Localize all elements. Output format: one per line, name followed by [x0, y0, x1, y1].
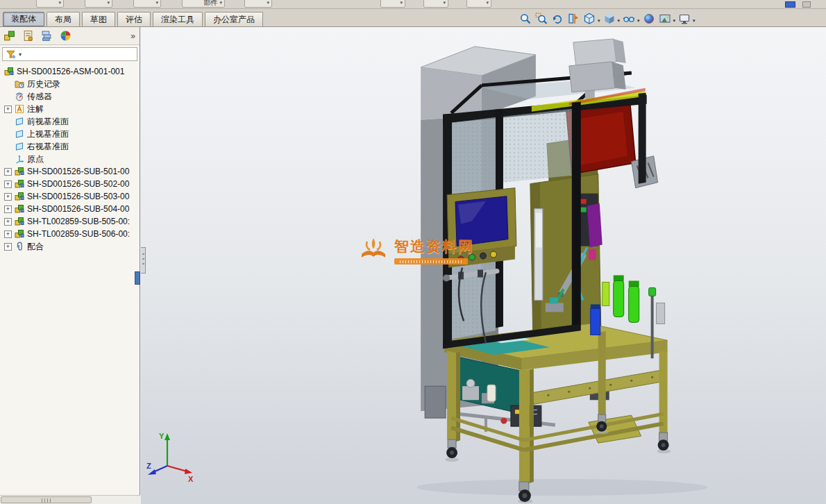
magnifier-area-icon [535, 12, 548, 25]
tree-item-sub-501[interactable]: + SH-SD001526-SUB-501-00 [2, 165, 140, 178]
tree-item-label: SH-SD001526-ASM-001-001 [17, 67, 124, 76]
tree-item-annotations[interactable]: + 注解 [2, 103, 140, 115]
panel-horizontal-scrollbar[interactable] [0, 495, 140, 504]
expand-toggle[interactable]: + [4, 243, 12, 251]
appearance-sphere-icon [643, 12, 655, 25]
tree-item-label: SH-SD001526-SUB-502-00 [27, 179, 129, 189]
property-manager-tab-icon[interactable] [22, 30, 34, 42]
caret-down-icon: ▾ [443, 0, 446, 6]
configuration-manager-tab-icon[interactable] [41, 30, 53, 42]
tree-root-assembly[interactable]: SH-SD001526-ASM-001-001 [2, 65, 140, 78]
tree-item-sub-505[interactable]: + SH-TL002859-SUB-505-00: [2, 215, 140, 228]
top-partial-button-parts[interactable]: 部件▾ [182, 0, 225, 8]
caret-down-icon[interactable]: ▾ [598, 14, 601, 24]
top-right-doc-icon[interactable] [785, 1, 795, 8]
subassembly-icon [15, 192, 24, 201]
zoom-area-button[interactable] [534, 11, 549, 26]
display-manager-tab-icon[interactable] [60, 30, 71, 42]
tab-sketch[interactable]: 草图 [82, 12, 115, 26]
tree-item-top-plane[interactable]: 上视基准面 [2, 128, 140, 140]
tree-item-mates[interactable]: + 配合 [2, 240, 140, 253]
tree-item-label: 右视基准面 [27, 142, 69, 151]
section-plane-icon [567, 12, 580, 25]
expand-toggle[interactable]: + [4, 106, 12, 113]
scrollbar-grip [42, 498, 51, 503]
feature-tree: SH-SD001526-ASM-001-001 历史记录 传感器 + 注解 前视 [0, 62, 140, 253]
caret-down-icon[interactable]: ▾ [673, 14, 677, 24]
view-orientation-button[interactable] [582, 11, 597, 26]
tree-item-label: 原点 [27, 154, 44, 164]
magnifier-icon [519, 12, 532, 25]
caret-down-icon[interactable]: ▾ [693, 14, 696, 24]
panel-collapse-handle[interactable] [141, 247, 146, 274]
tree-item-label: SH-SD001526-SUB-504-00 [27, 204, 129, 214]
expand-toggle[interactable]: + [4, 230, 12, 238]
annotations-icon [15, 104, 24, 114]
caret-down-icon[interactable]: ▾ [618, 14, 621, 24]
caret-down-icon: ▾ [58, 0, 61, 6]
caret-down-icon: ▾ [267, 0, 269, 6]
tree-item-label: SH-SD001526-SUB-503-00 [27, 192, 129, 201]
tab-render-tools[interactable]: 渲染工具 [153, 12, 203, 26]
tree-item-sub-503[interactable]: + SH-SD001526-SUB-503-00 [2, 190, 140, 203]
history-folder-icon [15, 79, 24, 89]
expand-toggle[interactable]: + [4, 180, 12, 188]
tab-assembly[interactable]: 装配体 [3, 12, 44, 26]
plane-icon [15, 117, 24, 126]
top-partial-button[interactable]: ▾ [380, 0, 405, 8]
caret-down-icon[interactable]: ▾ [637, 14, 641, 24]
tree-item-front-plane[interactable]: 前视基准面 [2, 115, 140, 128]
tab-office-products[interactable]: 办公室产品 [205, 12, 263, 26]
panel-splitter-grip[interactable] [135, 271, 140, 285]
display-style-button[interactable] [602, 11, 617, 26]
scrollbar-thumb[interactable] [1, 496, 92, 503]
top-partial-button[interactable]: ▾ [244, 0, 272, 8]
caret-down-icon: ▾ [486, 0, 489, 6]
plane-icon [15, 142, 24, 151]
top-partial-button[interactable]: ▾ [36, 0, 64, 8]
tree-item-sensors[interactable]: 传感器 [2, 90, 140, 103]
tab-evaluate[interactable]: 评估 [117, 12, 151, 26]
top-partial-button[interactable]: ▾ [85, 0, 112, 8]
rotate-arrow-icon [551, 12, 564, 25]
subassembly-icon [15, 217, 24, 226]
top-right-tool-icon[interactable] [802, 1, 811, 8]
tree-item-origin[interactable]: 原点 [2, 153, 140, 165]
caret-down-icon: ▾ [155, 0, 158, 6]
shaded-cube-icon [603, 12, 616, 25]
view-cube-icon [583, 12, 596, 25]
expand-toggle[interactable]: + [4, 193, 12, 201]
zoom-fit-button[interactable] [518, 11, 533, 26]
plane-icon [15, 129, 24, 139]
view-settings-button[interactable] [677, 11, 692, 26]
top-partial-button[interactable]: ▾ [423, 0, 448, 8]
tree-item-sub-502[interactable]: + SH-SD001526-SUB-502-00 [2, 178, 140, 190]
tree-item-sub-506[interactable]: + SH-TL002859-SUB-506-00: [2, 228, 140, 240]
previous-view-button[interactable] [550, 11, 565, 26]
tree-item-sub-504[interactable]: + SH-SD001526-SUB-504-00 [2, 203, 140, 215]
caret-down-icon: ▾ [400, 0, 403, 6]
expand-toggle[interactable]: + [4, 168, 12, 176]
filter-funnel-icon [6, 50, 15, 59]
tree-item-history[interactable]: 历史记录 [2, 78, 140, 90]
tree-item-label: 注解 [27, 104, 44, 114]
tree-item-label: 历史记录 [27, 79, 60, 89]
top-partial-button[interactable]: ▾ [466, 0, 491, 8]
hide-show-items-button[interactable] [621, 11, 637, 26]
top-partial-button[interactable]: ▾ [133, 0, 161, 8]
machine-3d-model[interactable] [141, 27, 826, 504]
panel-overflow-chevrons[interactable]: » [130, 31, 135, 41]
top-toolbar-partial: ▾ ▾ ▾ 部件▾ ▾ ▾ ▾ ▾ [0, 0, 826, 9]
graphics-viewport[interactable]: 智造资料网 Y X Z [141, 27, 826, 504]
expand-toggle[interactable]: + [4, 205, 12, 213]
triad-z-label: Z [146, 462, 151, 470]
feature-manager-tab-icon[interactable] [3, 30, 15, 42]
edit-appearance-button[interactable] [641, 11, 657, 26]
section-view-button[interactable] [566, 11, 581, 26]
apply-scene-button[interactable] [657, 11, 673, 26]
tree-filter[interactable]: ▾ [2, 47, 137, 61]
tree-item-right-plane[interactable]: 右视基准面 [2, 140, 140, 153]
caret-down-icon: ▾ [219, 0, 222, 6]
expand-toggle[interactable]: + [4, 218, 12, 226]
tab-layout[interactable]: 布局 [47, 12, 80, 26]
